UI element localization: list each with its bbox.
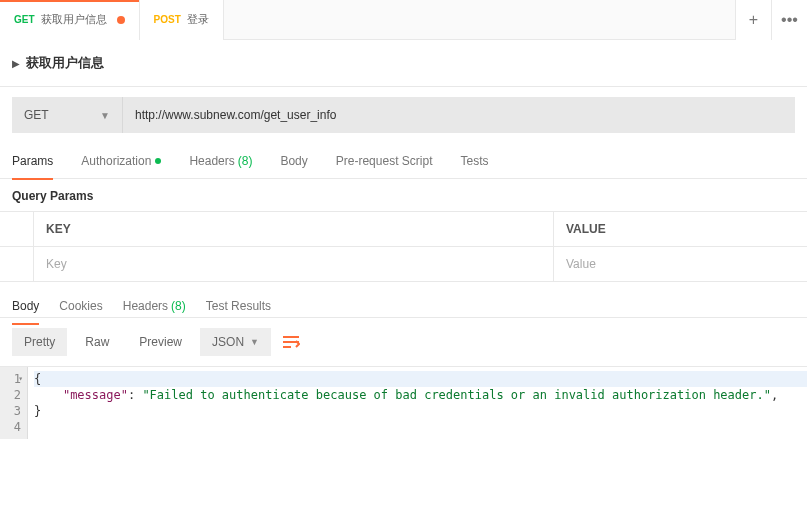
code-content[interactable]: { "message": "Failed to authenticate bec…	[28, 367, 807, 439]
new-tab-button[interactable]: +	[735, 0, 771, 40]
raw-button[interactable]: Raw	[73, 328, 121, 356]
resp-headers-label: Headers	[123, 299, 168, 313]
preview-button[interactable]: Preview	[127, 328, 194, 356]
tab-title-label: 登录	[187, 12, 209, 27]
headers-count: (8)	[238, 154, 253, 168]
subtab-tests[interactable]: Tests	[460, 143, 488, 179]
tab-title-label: 获取用户信息	[41, 12, 107, 27]
tab-actions: + •••	[735, 0, 807, 40]
subtab-authorization[interactable]: Authorization	[81, 143, 161, 179]
request-name-row[interactable]: ▶ 获取用户信息	[0, 40, 807, 87]
subtab-headers-label: Headers	[189, 154, 234, 168]
query-params-label: Query Params	[0, 179, 807, 211]
resp-headers-count: (8)	[171, 299, 186, 313]
query-params-table: KEY VALUE	[0, 211, 807, 282]
collapse-triangle-icon: ▶	[12, 58, 20, 69]
chevron-down-icon: ▼	[250, 337, 259, 347]
resp-tab-testresults[interactable]: Test Results	[206, 288, 271, 324]
subtab-headers[interactable]: Headers (8)	[189, 143, 252, 179]
tab-get-user-info[interactable]: GET 获取用户信息	[0, 0, 140, 40]
http-method-label: GET	[24, 108, 49, 122]
resp-tab-headers[interactable]: Headers (8)	[123, 288, 186, 324]
subtab-params[interactable]: Params	[12, 143, 53, 179]
resp-tab-cookies[interactable]: Cookies	[59, 288, 102, 324]
response-subtabs: Body Cookies Headers (8) Test Results	[0, 282, 807, 318]
request-tabs-bar: GET 获取用户信息 POST 登录 + •••	[0, 0, 807, 40]
format-select[interactable]: JSON ▼	[200, 328, 271, 356]
auth-active-dot-icon	[155, 158, 161, 164]
subtab-auth-label: Authorization	[81, 154, 151, 168]
table-row	[0, 247, 807, 282]
url-row: GET ▼	[0, 87, 807, 143]
subtab-prerequest[interactable]: Pre-request Script	[336, 143, 433, 179]
wrap-lines-button[interactable]	[277, 328, 305, 356]
key-header: KEY	[34, 212, 554, 246]
line-gutter: 1 2 3 4	[0, 367, 28, 439]
checkbox-header-cell	[0, 212, 34, 246]
tab-method-label: GET	[14, 14, 35, 25]
unsaved-dot-icon	[117, 16, 125, 24]
table-header-row: KEY VALUE	[0, 212, 807, 247]
response-body: 1 2 3 4 { "message": "Failed to authenti…	[0, 366, 807, 439]
param-value-input[interactable]	[566, 257, 795, 271]
chevron-down-icon: ▼	[100, 110, 110, 121]
format-label: JSON	[212, 335, 244, 349]
url-input[interactable]	[122, 97, 795, 133]
tab-more-button[interactable]: •••	[771, 0, 807, 40]
request-name-label: 获取用户信息	[26, 54, 104, 72]
fold-toggle[interactable]: 1	[6, 371, 21, 387]
response-toolbar: Pretty Raw Preview JSON ▼	[0, 318, 807, 366]
param-key-input[interactable]	[46, 257, 541, 271]
wrap-icon	[282, 335, 300, 349]
request-subtabs: Params Authorization Headers (8) Body Pr…	[0, 143, 807, 179]
row-checkbox-cell[interactable]	[0, 247, 34, 281]
resp-tab-body[interactable]: Body	[12, 288, 39, 324]
tab-login[interactable]: POST 登录	[140, 0, 224, 40]
http-method-select[interactable]: GET ▼	[12, 97, 122, 133]
subtab-body[interactable]: Body	[280, 143, 307, 179]
value-header: VALUE	[554, 212, 807, 246]
pretty-button[interactable]: Pretty	[12, 328, 67, 356]
tab-method-label: POST	[154, 14, 181, 25]
